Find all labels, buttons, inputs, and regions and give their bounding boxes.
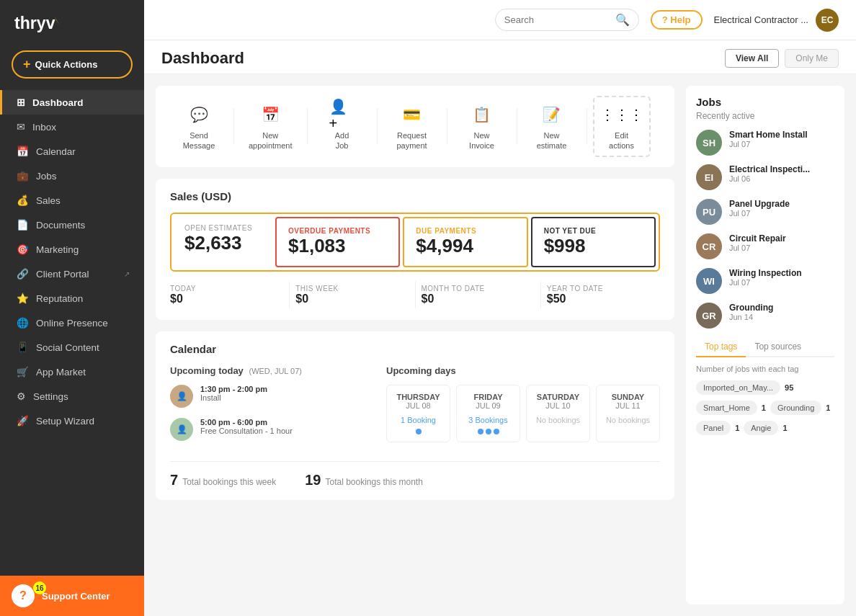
divider: [289, 282, 290, 308]
tag-angie[interactable]: Angie: [744, 421, 778, 435]
sidebar-item-documents[interactable]: 📄 Documents: [0, 213, 144, 237]
tag-imported[interactable]: Imported_on_May...: [696, 380, 780, 395]
tab-top-sources[interactable]: Top sources: [746, 337, 810, 356]
main-area: 🔍 ? Help Electrical Contractor ... EC Da…: [144, 0, 856, 616]
tab-top-tags[interactable]: Top tags: [696, 337, 746, 357]
logo[interactable]: thryv: [0, 0, 144, 45]
job-date: Jul 07: [729, 278, 802, 287]
add-job-icon: 👤+: [329, 102, 355, 128]
action-label: AddJob: [335, 130, 349, 151]
action-label: Editactions: [609, 130, 634, 151]
sidebar-item-label: Documents: [36, 220, 85, 231]
action-new-estimate[interactable]: 📝 Newestimate: [523, 97, 581, 156]
action-add-job[interactable]: 👤+ AddJob: [313, 97, 371, 156]
year-to-date-summary: YEAR TO DATE $50: [547, 282, 660, 308]
header-right: 🔍 ? Help Electrical Contractor ... EC: [495, 9, 839, 32]
due-value: $4,994: [416, 235, 514, 257]
tag-count: 1: [762, 403, 766, 412]
event-details: 5:00 pm - 6:00 pm Free Consultation - 1 …: [200, 418, 293, 435]
reputation-icon: ⭐: [17, 293, 29, 304]
upcoming-today-date: (WED, JUL 07): [249, 367, 302, 375]
day-name: SATURDAY: [532, 393, 584, 401]
help-button[interactable]: ? Help: [651, 10, 703, 30]
search-icon: 🔍: [615, 13, 630, 27]
only-me-button[interactable]: Only Me: [785, 49, 839, 68]
action-send-message[interactable]: 💬 SendMessage: [170, 97, 228, 156]
calendar-card: Calendar Upcoming today (WED, JUL 07) 👤 …: [156, 331, 674, 500]
inbox-icon: ✉: [17, 121, 25, 133]
view-toggle: View All Only Me: [725, 49, 839, 68]
divider: [233, 108, 234, 144]
sales-payments-container: OPEN ESTIMATES $2,633 OVERDUE PAYMENTS $…: [170, 213, 660, 272]
support-icon: ?: [12, 584, 35, 607]
not-due-label: NOT YET DUE: [544, 227, 643, 235]
month-to-date-summary: MONTH TO DATE $0: [422, 282, 535, 308]
action-label: Newappointment: [249, 130, 293, 151]
divider: [447, 108, 447, 144]
job-item-3[interactable]: PU Panel Upgrade Jul 07: [696, 199, 834, 225]
sidebar-item-inbox[interactable]: ✉ Inbox: [0, 115, 144, 139]
dashboard-icon: ⊞: [17, 97, 25, 108]
divider: [540, 282, 541, 308]
job-details: Electrical Inspecti... Jul 06: [729, 164, 810, 183]
day-thursday: THURSDAY JUL 08 1 Booking: [386, 385, 450, 442]
sidebar-item-online-presence[interactable]: 🌐 Online Presence: [0, 311, 144, 335]
day-booking: 1 Booking: [393, 416, 444, 424]
sidebar-item-setup-wizard[interactable]: 🚀 Setup Wizard: [0, 409, 144, 433]
job-item-5[interactable]: WI Wiring Inspection Jul 07: [696, 268, 834, 294]
upcoming-days-section: Upcoming days THURSDAY JUL 08 1 Booking: [386, 365, 660, 451]
tag-label: Angie: [751, 424, 771, 432]
sidebar-item-sales[interactable]: 💰 Sales: [0, 188, 144, 213]
action-label: Newestimate: [537, 130, 567, 151]
sidebar-item-settings[interactable]: ⚙ Settings: [0, 384, 144, 409]
job-details: Panel Upgrade Jul 07: [729, 199, 790, 218]
day-date: JUL 08: [393, 401, 444, 410]
sidebar-item-client-portal[interactable]: 🔗 Client Portal ↗: [0, 262, 144, 286]
job-item-1[interactable]: SH Smart Home Install Jul 07: [696, 130, 834, 156]
action-new-appointment[interactable]: 📅 Newappointment: [240, 97, 301, 156]
search-input[interactable]: [504, 14, 611, 25]
sidebar-item-marketing[interactable]: 🎯 Marketing: [0, 237, 144, 262]
action-edit-actions[interactable]: ⋮⋮⋮ Editactions: [593, 96, 651, 157]
job-details: Wiring Inspection Jul 07: [729, 268, 802, 287]
tag-grounding[interactable]: Grounding: [770, 401, 821, 415]
tag-smart-home[interactable]: Smart_Home: [696, 401, 757, 415]
sidebar-item-label: Marketing: [36, 244, 79, 255]
sidebar-item-reputation[interactable]: ⭐ Reputation: [0, 286, 144, 311]
day-name: THURSDAY: [393, 393, 444, 401]
sidebar-item-app-market[interactable]: 🛒 App Market: [0, 360, 144, 384]
send-message-icon: 💬: [186, 102, 212, 128]
dot: [416, 429, 422, 434]
event-details: 1:30 pm - 2:00 pm Install: [200, 385, 267, 402]
action-request-payment[interactable]: 💳 Requestpayment: [383, 97, 441, 156]
view-all-button[interactable]: View All: [725, 49, 779, 68]
main-column: 💬 SendMessage 📅 Newappointment 👤+ AddJob…: [156, 86, 674, 604]
tag-row-3: Panel 1 Angie 1: [696, 421, 834, 435]
support-center[interactable]: ? 16 Support Center: [0, 576, 144, 616]
action-label: Requestpayment: [396, 130, 427, 151]
tag-panel[interactable]: Panel: [696, 421, 731, 435]
quick-actions-button[interactable]: + Quick Actions: [12, 50, 133, 79]
action-label: SendMessage: [183, 130, 215, 151]
calendar-icon: 📅: [17, 146, 29, 157]
tag-count: 1: [783, 424, 787, 432]
sidebar-item-social-content[interactable]: 📱 Social Content: [0, 335, 144, 360]
event-avatar: 👤: [170, 385, 193, 408]
job-item-2[interactable]: EI Electrical Inspecti... Jul 06: [696, 164, 834, 190]
sidebar-item-dashboard[interactable]: ⊞ Dashboard: [0, 90, 144, 115]
job-item-4[interactable]: CR Circuit Repair Jul 07: [696, 233, 834, 259]
upcoming-today-section: Upcoming today (WED, JUL 07) 👤 1:30 pm -…: [170, 365, 372, 451]
divider: [307, 108, 308, 144]
action-new-invoice[interactable]: 📋 NewInvoice: [453, 97, 511, 156]
upcoming-days-title: Upcoming days: [386, 365, 660, 376]
sidebar-item-calendar[interactable]: 📅 Calendar: [0, 139, 144, 164]
job-avatar: GR: [696, 303, 722, 329]
tag-label: Imported_on_May...: [703, 383, 773, 392]
total-week: 7 Total bookings this week: [170, 472, 276, 488]
search-bar[interactable]: 🔍: [495, 9, 639, 31]
content-area: 💬 SendMessage 📅 Newappointment 👤+ AddJob…: [144, 74, 856, 616]
user-section: Electrical Contractor ... EC: [714, 9, 839, 32]
job-item-6[interactable]: GR Grounding Jun 14: [696, 303, 834, 329]
sidebar-item-label: Inbox: [32, 122, 56, 133]
sidebar-item-jobs[interactable]: 💼 Jobs: [0, 164, 144, 188]
